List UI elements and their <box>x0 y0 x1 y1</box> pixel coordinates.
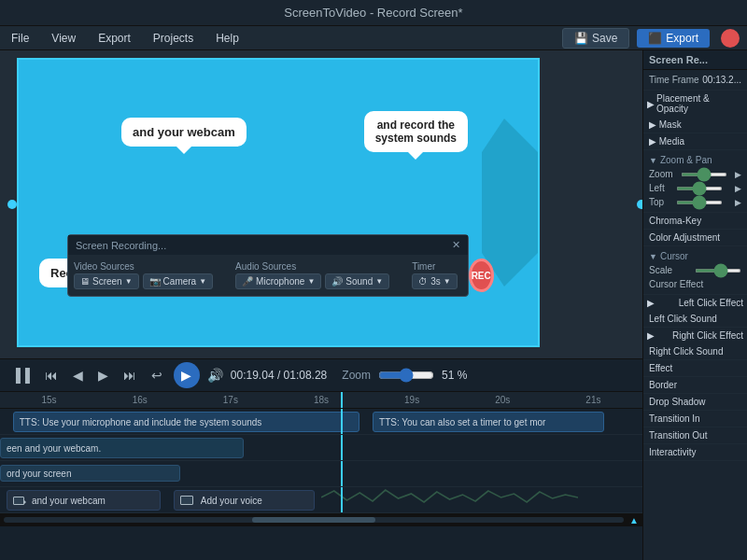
menu-help[interactable]: Help <box>212 30 243 47</box>
timer-dropdown[interactable]: ⏱ 3s ▼ <box>412 273 457 289</box>
menu-projects[interactable]: Projects <box>149 30 197 47</box>
time-frame-row: Time Frame 00:13.2... <box>649 73 741 87</box>
track-clip-video1[interactable]: een and your webcam. <box>0 438 244 458</box>
track-clip-thumb1[interactable]: and your webcam <box>7 490 161 511</box>
play-button[interactable]: ▶ <box>174 362 200 388</box>
placement-opacity-item[interactable]: ▶ Placement & Opacity <box>643 91 747 117</box>
callout-sounds: and record thesystem sounds <box>364 111 468 152</box>
zoom-arrow-right: ▶ <box>735 170 741 179</box>
zoom-pan-title[interactable]: ▼ Zoom & Pan <box>649 153 741 167</box>
rec-button[interactable]: REC <box>469 259 494 292</box>
microphone-dropdown[interactable]: 🎤 Microphone ▼ <box>235 273 321 289</box>
top-arrow-right: ▶ <box>735 198 741 207</box>
transition-out-item[interactable]: Transition Out <box>643 427 747 444</box>
border-item[interactable]: Border <box>643 377 747 394</box>
prev-frame-button[interactable]: ◀ <box>69 366 87 385</box>
media-arrow: ▶ <box>649 136 659 147</box>
canvas-left-handle[interactable] <box>7 200 17 209</box>
transition-in-item[interactable]: Transition In <box>643 411 747 427</box>
caret-icon: ▼ <box>444 277 451 286</box>
menu-bar: File View Export Projects Help 💾 Save ⬛ … <box>0 26 747 50</box>
right-click-sound-item[interactable]: Right Click Sound <box>643 343 747 360</box>
mask-item[interactable]: ▶ Mask <box>643 117 747 133</box>
main-layout: and your webcam and record thesystem sou… <box>0 50 747 560</box>
screen-icon: 🖥 <box>80 276 90 287</box>
video-canvas: and your webcam and record thesystem sou… <box>17 58 540 347</box>
playback-waveform-btn[interactable]: ▐▐ <box>7 366 34 385</box>
timeline-scrollbar-thumb[interactable] <box>252 517 376 523</box>
menu-export[interactable]: Export <box>94 30 134 47</box>
thumb1-playhead <box>341 487 343 512</box>
app-title: ScreenToVideo - Record Screen* <box>284 6 462 20</box>
mini-screen-icon <box>180 496 193 505</box>
undo-button[interactable]: ↩ <box>148 366 166 385</box>
ruler-mark-17s: 17s <box>185 395 275 405</box>
zoom-percent: 51 % <box>442 369 479 382</box>
left-arrow-right: ▶ <box>735 184 741 193</box>
save-button[interactable]: 💾 Save <box>562 28 629 49</box>
screen-dropdown[interactable]: 🖥 Screen ▼ <box>74 273 139 289</box>
audio-sources-section: Audio Sources 🎤 Microphone ▼ 🔊 Sound <box>235 261 389 289</box>
ruler-mark-15s: 15s <box>4 395 94 405</box>
export-icon: ⬛ <box>648 32 662 45</box>
recorder-dialog: Screen Recording... ✕ Video Sources 🖥 Sc… <box>67 234 469 297</box>
cursor-section: ▼ Cursor Scale Cursor Effect <box>643 246 747 295</box>
right-click-effect-item[interactable]: ▶ Right Click Effect <box>643 328 747 343</box>
interactivity-item[interactable]: Interactivity <box>643 444 747 461</box>
media-item[interactable]: ▶ Media <box>643 133 747 150</box>
zoom-row: Zoom ▶ <box>649 167 741 181</box>
zoom-pan-zoom-slider[interactable] <box>681 173 727 176</box>
ruler-track: 15s 16s 17s 18s 19s 20s 21s <box>0 392 642 408</box>
track-clip-tts2[interactable]: TTS: You can also set a timer to get mor <box>373 412 604 432</box>
tts-playhead <box>341 409 343 434</box>
drop-shadow-item[interactable]: Drop Shadow <box>643 394 747 411</box>
center-area: and your webcam and record thesystem sou… <box>0 50 642 560</box>
cursor-scale-slider[interactable] <box>695 269 741 273</box>
track-clip-tts1[interactable]: TTS: Use your microphone and include the… <box>13 412 360 432</box>
ruler-mark-19s: 19s <box>367 395 458 405</box>
camera-dropdown[interactable]: 📷 Camera ▼ <box>143 273 214 289</box>
right-panel-header: Screen Re... <box>643 50 747 70</box>
left-click-effect-item[interactable]: ▶ Left Click Effect <box>643 295 747 311</box>
zoom-pan-top-slider[interactable] <box>676 201 723 204</box>
caret-icon: ▼ <box>375 277 383 286</box>
playback-controls: ▐▐ ⏮ ◀ ▶ ⏭ ↩ ▶ 🔊 00:19.04 / 01:08.28 Zoo… <box>0 358 642 392</box>
menu-file[interactable]: File <box>7 30 33 47</box>
timeline-tracks[interactable]: TTS: Use your microphone and include the… <box>0 409 642 560</box>
arrow-icon: ▶ <box>647 99 655 109</box>
cursor-arrow-icon: ▼ <box>649 252 657 261</box>
ruler-mark-20s: 20s <box>458 395 548 405</box>
zoom-slider[interactable] <box>378 368 434 383</box>
next-frame-button[interactable]: ▶ <box>94 366 112 385</box>
track-row-thumb1: and your webcam Add your voice <box>0 487 642 513</box>
left-click-arrow-icon: ▶ <box>647 298 655 308</box>
export-button[interactable]: ⬛ Export <box>637 29 710 48</box>
timeline-scrollbar[interactable] <box>4 517 624 523</box>
effect-item[interactable]: Effect <box>643 360 747 377</box>
canvas-right-handle[interactable] <box>637 200 642 209</box>
track-clip-video2[interactable]: ord your screen <box>0 465 180 482</box>
volume-button[interactable]: 🔊 <box>207 368 223 383</box>
color-adjustment-item[interactable]: Color Adjustment <box>643 230 747 246</box>
chroma-key-item[interactable]: Chroma-Key <box>643 213 747 230</box>
ruler-mark-18s: 18s <box>275 395 366 405</box>
time-frame-section: Time Frame 00:13.2... <box>643 70 747 91</box>
dialog-close-button[interactable]: ✕ <box>452 239 460 251</box>
left-click-sound-item[interactable]: Left Click Sound <box>643 311 747 328</box>
time-frame-value: 00:13.2... <box>702 75 741 85</box>
track-clip-thumb2[interactable]: Add your voice <box>174 490 315 511</box>
cursor-title[interactable]: ▼ Cursor <box>649 249 741 263</box>
skip-end-button[interactable]: ⏭ <box>120 366 140 385</box>
canvas-area: and your webcam and record thesystem sou… <box>0 50 642 358</box>
skip-start-button[interactable]: ⏮ <box>41 366 62 385</box>
menu-view[interactable]: View <box>48 30 79 47</box>
sound-dropdown[interactable]: 🔊 Sound ▼ <box>325 273 389 289</box>
record-dot-button[interactable] <box>721 29 740 48</box>
mask-arrow: ▶ <box>649 119 659 130</box>
toolbar-right: 💾 Save ⬛ Export <box>562 28 740 49</box>
mic-icon: 🎤 <box>242 276 253 287</box>
camera-icon: 📷 <box>149 276 161 287</box>
zoom-pan-left-slider[interactable] <box>676 187 723 190</box>
track-row-video1: een and your webcam. <box>0 435 642 461</box>
recorder-dialog-body: Video Sources 🖥 Screen ▼ 📷 Camera <box>68 255 468 296</box>
